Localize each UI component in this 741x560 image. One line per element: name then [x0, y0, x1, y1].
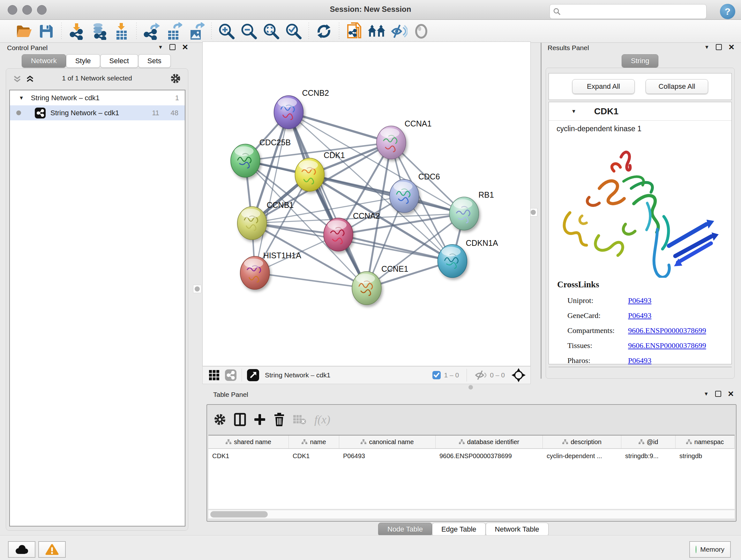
- network-share-view-icon[interactable]: [224, 369, 237, 381]
- crosshair-icon[interactable]: [511, 368, 526, 382]
- results-panel-menu-icon[interactable]: ▼: [704, 44, 710, 50]
- edge-CCNB2-CCNA1[interactable]: [288, 112, 391, 143]
- network-row[interactable]: String Network – cdk1 11 48: [10, 105, 185, 120]
- warning-status-button[interactable]: [38, 541, 66, 558]
- crosslink-link[interactable]: 9606.ENSP00000378699: [628, 341, 706, 350]
- results-panel-float-icon[interactable]: [716, 44, 722, 50]
- table-options-gear-icon[interactable]: [213, 413, 226, 426]
- show-all-icon[interactable]: [412, 22, 430, 41]
- import-table-icon[interactable]: [112, 22, 131, 41]
- zoom-in-icon[interactable]: [217, 22, 236, 41]
- left-splitter-handle[interactable]: [193, 285, 201, 293]
- results-panel-title: Results Panel: [548, 44, 589, 52]
- node-CDC25B[interactable]: CDC25B: [231, 138, 291, 177]
- table-cell[interactable]: stringdb:9...: [621, 449, 676, 463]
- import-database-icon[interactable]: [90, 22, 108, 41]
- delete-column-icon[interactable]: [273, 413, 285, 426]
- open-session-icon[interactable]: [15, 22, 33, 41]
- birds-eye-view-icon[interactable]: [246, 368, 260, 382]
- network-current-bullet: [16, 111, 21, 115]
- control-panel-float-icon[interactable]: [170, 44, 176, 50]
- tab-style[interactable]: Style: [66, 54, 100, 68]
- node-HIST1H1A[interactable]: HIST1H1A: [240, 251, 301, 290]
- column-header-id[interactable]: @id: [621, 435, 676, 448]
- node-CCNA1[interactable]: CCNA1: [377, 119, 431, 159]
- table-cell[interactable]: CDK1: [208, 449, 289, 463]
- search-input[interactable]: [563, 8, 703, 15]
- column-header-database-identifier[interactable]: database identifier: [435, 435, 543, 448]
- tab-edge-table[interactable]: Edge Table: [432, 523, 486, 536]
- node-CCNB1[interactable]: CCNB1: [238, 200, 293, 240]
- selected-checkbox-icon[interactable]: [432, 371, 441, 380]
- tab-select[interactable]: Select: [100, 54, 138, 68]
- control-panel-menu-icon[interactable]: ▼: [158, 44, 163, 50]
- search-field[interactable]: [549, 4, 706, 19]
- network-canvas[interactable]: CCNB2CCNA1CDC25BCDK1CDC6RB1CCNB1CCNA2CDK…: [202, 42, 531, 366]
- delete-table-icon[interactable]: [293, 414, 307, 425]
- column-header-shared-name[interactable]: shared name: [208, 435, 289, 448]
- import-network-icon[interactable]: [67, 22, 86, 41]
- control-panel-close-icon[interactable]: ✕: [182, 44, 188, 50]
- hidden-eye-icon[interactable]: [475, 370, 487, 380]
- collection-expander-icon[interactable]: ▼: [19, 95, 24, 101]
- collapse-all-button[interactable]: Collapse All: [646, 79, 708, 94]
- node-CCNE1[interactable]: CCNE1: [352, 264, 408, 305]
- table-panel-menu-icon[interactable]: ▼: [704, 391, 709, 397]
- table-cell[interactable]: cyclin-dependent ...: [543, 449, 621, 463]
- tab-string[interactable]: String: [622, 54, 658, 68]
- save-session-icon[interactable]: [37, 22, 56, 41]
- table-cell[interactable]: stringdb: [676, 449, 735, 463]
- tab-network[interactable]: Network: [22, 54, 66, 68]
- edge-CCNB2-CCNE1[interactable]: [288, 112, 367, 288]
- zoom-selected-icon[interactable]: [284, 22, 303, 41]
- table-cell[interactable]: 9606.ENSP00000378699: [435, 449, 543, 463]
- edge-HIST1H1A-CCNE1[interactable]: [255, 273, 367, 288]
- refresh-layout-icon[interactable]: [315, 22, 333, 41]
- node-RB1[interactable]: RB1: [449, 190, 494, 230]
- memory-button[interactable]: Memory: [689, 541, 731, 558]
- crosslink-link[interactable]: P06493: [628, 296, 651, 305]
- crosslink-link[interactable]: P06493: [628, 356, 651, 365]
- table-cell[interactable]: P06493: [339, 449, 435, 463]
- node-CDKN1A[interactable]: CDKN1A: [438, 239, 498, 278]
- control-panel-tabs: NetworkStyleSelectSets: [22, 54, 171, 68]
- zoom-fit-icon[interactable]: [262, 22, 280, 41]
- column-header-name[interactable]: name: [289, 435, 339, 448]
- export-image-icon[interactable]: [187, 22, 205, 41]
- column-header-namespac[interactable]: namespac: [676, 435, 735, 448]
- network-collection-row[interactable]: ▼ String Network – cdk1 1: [10, 90, 185, 105]
- table-panel-close-icon[interactable]: ✕: [728, 391, 734, 397]
- clone-network-icon[interactable]: [345, 22, 363, 41]
- table-cell[interactable]: CDK1: [289, 449, 339, 463]
- crosslink-link[interactable]: 9606.ENSP00000378699: [628, 326, 706, 335]
- hide-selected-icon[interactable]: [390, 22, 408, 41]
- gene-expander-icon[interactable]: ▼: [571, 109, 576, 114]
- gene-entry-card: ▼ CDK1 cyclin-dependent kinase 1: [549, 102, 732, 364]
- scrollbar-thumb[interactable]: [210, 511, 268, 517]
- expand-all-button[interactable]: Expand All: [572, 79, 635, 94]
- edge-CCNB2-HIST1H1A[interactable]: [255, 112, 289, 273]
- results-panel-close-icon[interactable]: ✕: [728, 44, 735, 50]
- table-horizontal-scrollbar[interactable]: [208, 510, 735, 518]
- zoom-out-icon[interactable]: [240, 22, 258, 41]
- export-network-icon[interactable]: [142, 22, 161, 41]
- toolbar-separator: [211, 23, 212, 40]
- show-columns-icon[interactable]: [234, 413, 246, 426]
- export-table-icon[interactable]: [165, 22, 183, 41]
- tab-sets[interactable]: Sets: [138, 54, 171, 68]
- network-options-gear-icon[interactable]: [170, 73, 181, 84]
- crosslink-link[interactable]: P06493: [628, 311, 651, 320]
- column-header-canonical-name[interactable]: canonical name: [339, 435, 435, 448]
- function-builder-icon[interactable]: f(x): [314, 413, 330, 426]
- add-column-icon[interactable]: [254, 414, 266, 426]
- tab-network-table[interactable]: Network Table: [486, 523, 549, 536]
- tab-node-table[interactable]: Node Table: [378, 523, 432, 536]
- help-icon[interactable]: ?: [720, 4, 735, 19]
- table-panel-float-icon[interactable]: [715, 391, 721, 397]
- table-row[interactable]: CDK1CDK1P064939606.ENSP00000378699cyclin…: [208, 449, 735, 463]
- first-neighbors-icon[interactable]: [367, 22, 386, 41]
- cloud-status-button[interactable]: [8, 541, 36, 558]
- column-header-description[interactable]: description: [543, 435, 621, 448]
- grid-view-icon[interactable]: [208, 369, 220, 381]
- edge-CDK1-RB1[interactable]: [310, 175, 464, 213]
